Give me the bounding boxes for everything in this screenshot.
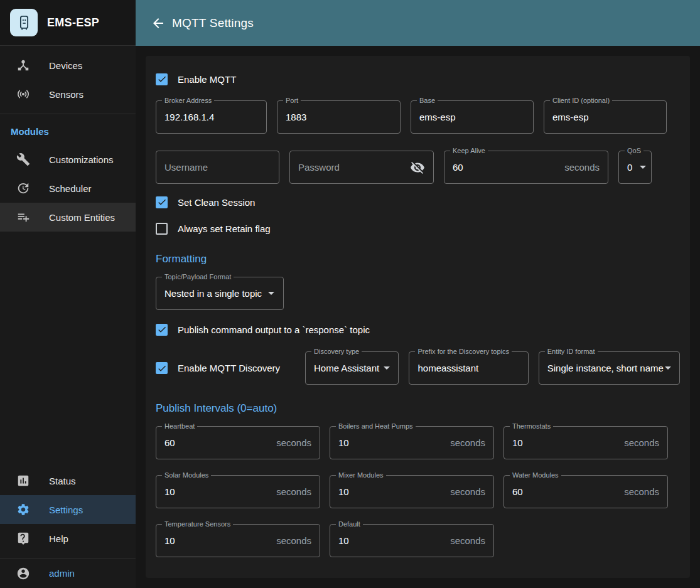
field-label: Solar Modules <box>162 471 211 479</box>
retain-flag-label: Always set Retain flag <box>178 223 271 234</box>
gear-icon <box>16 503 30 516</box>
username-field[interactable]: Username <box>156 151 279 184</box>
formatting-section-title: Formatting <box>156 253 680 265</box>
checkbox-checked-icon <box>156 324 168 336</box>
field-suffix: seconds <box>624 486 659 497</box>
publish-response-checkbox[interactable]: Publish command output to a `response` t… <box>156 316 680 343</box>
app-title: EMS-ESP <box>47 16 99 29</box>
field-placeholder: Username <box>164 162 208 173</box>
port-field[interactable]: Port 1883 <box>277 100 401 134</box>
field-value: 10 <box>338 437 349 448</box>
field-label: Boilers and Heat Pumps <box>336 422 416 430</box>
back-arrow-icon[interactable] <box>151 16 166 31</box>
solar-interval-field[interactable]: Solar Modules 10 seconds <box>156 475 320 508</box>
enable-mqtt-checkbox[interactable]: Enable MQTT <box>156 66 680 92</box>
modules-subheader: Modules <box>0 114 136 145</box>
clean-session-label: Set Clean Session <box>178 197 255 208</box>
field-suffix: seconds <box>624 437 659 448</box>
field-label: Mixer Modules <box>336 471 386 479</box>
field-value: 1883 <box>286 112 306 122</box>
publish-intervals-section-title: Publish Intervals (0=auto) <box>156 402 680 415</box>
field-value: homeassistant <box>417 363 478 373</box>
enable-discovery-checkbox[interactable]: Enable MQTT Discovery <box>156 355 295 382</box>
chevron-down-icon <box>268 292 274 295</box>
enable-mqtt-label: Enable MQTT <box>178 74 236 85</box>
field-label: Topic/Payload Format <box>162 273 234 281</box>
retain-flag-checkbox[interactable]: Always set Retain flag <box>156 215 680 242</box>
sidebar-item-help[interactable]: Help <box>0 524 136 553</box>
field-label: Default <box>336 520 363 528</box>
field-label: Entity ID format <box>545 348 598 356</box>
field-suffix: seconds <box>276 535 311 546</box>
appbar: MQTT Settings <box>136 0 700 46</box>
qos-select[interactable]: QoS 0 <box>618 151 652 184</box>
sidebar-item-devices[interactable]: Devices <box>0 51 136 80</box>
thermostats-interval-field[interactable]: Thermostats 10 seconds <box>503 426 668 459</box>
main-area: MQTT Settings Enable MQTT Broker Address… <box>136 0 700 588</box>
field-value: 0 <box>627 162 632 173</box>
client-id-field[interactable]: Client ID (optional) ems-esp <box>544 100 667 134</box>
sidebar-item-settings[interactable]: Settings <box>0 495 136 524</box>
field-value: Nested in a single topic <box>164 288 262 299</box>
sidebar-item-scheduler[interactable]: Scheduler <box>0 174 136 203</box>
publish-response-label: Publish command output to a `response` t… <box>178 324 370 335</box>
field-value: 10 <box>164 486 175 497</box>
visibility-off-icon[interactable] <box>410 160 425 175</box>
credentials-fields-row: Username Password Keep Alive 60 seconds <box>156 151 680 184</box>
checkbox-checked-icon <box>156 362 168 374</box>
mixer-interval-field[interactable]: Mixer Modules 10 seconds <box>330 475 494 508</box>
temperature-sensors-interval-field[interactable]: Temperature Sensors 10 seconds <box>156 524 320 557</box>
field-label: Discovery type <box>311 348 362 356</box>
field-label: Keep Alive <box>450 147 488 155</box>
sidebar-item-customizations[interactable]: Customizations <box>0 145 136 174</box>
sidebar-item-sensors[interactable]: Sensors <box>0 80 136 109</box>
update-clock-icon <box>16 181 30 195</box>
topic-format-select[interactable]: Topic/Payload Format Nested in a single … <box>156 277 284 310</box>
field-value: 60 <box>512 486 523 497</box>
field-value: Home Assistant <box>314 363 379 373</box>
field-label: Port <box>283 97 301 105</box>
broker-address-field[interactable]: Broker Address 192.168.1.4 <box>156 100 267 134</box>
clean-session-checkbox[interactable]: Set Clean Session <box>156 189 680 215</box>
heartbeat-interval-field[interactable]: Heartbeat 60 seconds <box>156 426 320 459</box>
keep-alive-field[interactable]: Keep Alive 60 seconds <box>444 151 608 184</box>
checkbox-checked-icon <box>156 196 168 208</box>
base-field[interactable]: Base ems-esp <box>411 100 534 134</box>
field-value: 10 <box>512 437 523 448</box>
field-suffix: seconds <box>564 162 600 173</box>
field-label: Water Modules <box>510 471 561 479</box>
boilers-interval-field[interactable]: Boilers and Heat Pumps 10 seconds <box>330 426 494 459</box>
account-icon <box>16 567 30 580</box>
app-logo-block: EMS-ESP <box>0 0 136 46</box>
sidebar-item-label: Status <box>49 476 76 486</box>
field-value: 10 <box>338 486 349 497</box>
field-value: 10 <box>338 535 349 546</box>
sidebar-user-admin[interactable]: admin <box>0 559 136 588</box>
field-label: Base <box>417 97 438 105</box>
field-label: Client ID (optional) <box>550 97 612 105</box>
sidebar-item-label: Sensors <box>49 89 83 100</box>
sidebar-item-label: Help <box>49 533 68 544</box>
discovery-prefix-field[interactable]: Prefix for the Discovery topics homeassi… <box>409 351 528 385</box>
field-placeholder: Password <box>298 162 340 173</box>
help-icon <box>16 532 30 545</box>
field-value: 60 <box>164 437 175 448</box>
sidebar-spacer <box>0 232 136 466</box>
sidebar-item-label: Custom Entities <box>49 212 115 223</box>
sidebar-item-status[interactable]: Status <box>0 466 136 495</box>
discovery-type-select[interactable]: Discovery type Home Assistant <box>305 351 399 385</box>
sidebar-item-custom-entities[interactable]: Custom Entities <box>0 203 136 232</box>
chevron-down-icon <box>665 366 671 370</box>
settings-panel: Enable MQTT Broker Address 192.168.1.4 P… <box>146 56 690 578</box>
water-interval-field[interactable]: Water Modules 60 seconds <box>503 475 668 508</box>
password-field[interactable]: Password <box>289 151 434 184</box>
sidebar-item-label: Settings <box>49 505 83 515</box>
entity-id-format-select[interactable]: Entity ID format Single instance, short … <box>539 351 680 385</box>
field-value: 60 <box>453 162 463 173</box>
field-suffix: seconds <box>450 486 485 497</box>
enable-discovery-label: Enable MQTT Discovery <box>178 363 280 373</box>
default-interval-field[interactable]: Default 10 seconds <box>330 524 494 557</box>
sensors-icon <box>16 87 30 101</box>
content: Enable MQTT Broker Address 192.168.1.4 P… <box>136 46 700 588</box>
field-suffix: seconds <box>276 437 311 448</box>
